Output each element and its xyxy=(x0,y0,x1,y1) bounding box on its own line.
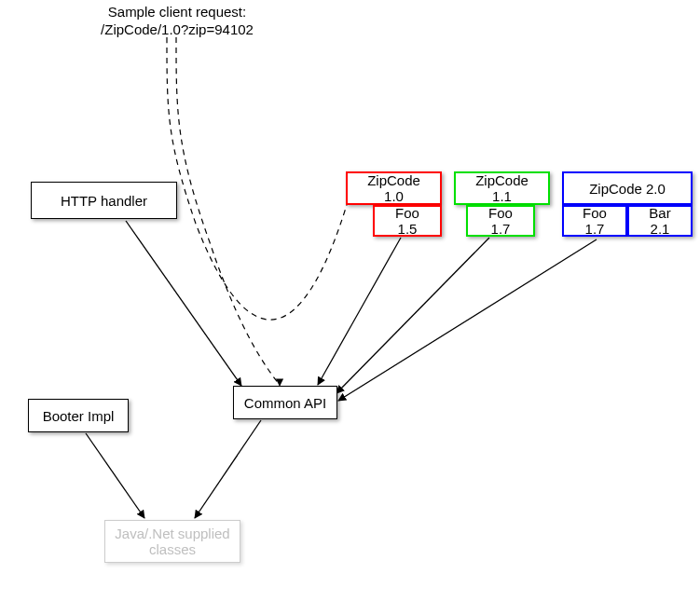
request-caption: Sample client request: /ZipCode/1.0?zip=… xyxy=(84,4,270,39)
node-booter-impl-label: Booter Impl xyxy=(43,408,115,424)
edge-request-to-commonapi xyxy=(176,37,280,386)
edge-commonapi-to-javanet xyxy=(195,420,261,518)
node-zipcode-11-foo-label: Foo 1.7 xyxy=(477,205,524,237)
node-java-net-classes-label: Java/.Net supplied classes xyxy=(115,526,230,557)
node-common-api: Common API xyxy=(233,386,337,419)
node-java-net-classes: Java/.Net supplied classes xyxy=(104,520,240,563)
request-caption-line1: Sample client request: xyxy=(108,4,246,20)
connectors xyxy=(0,0,700,601)
edge-zip20-to-commonapi xyxy=(338,239,597,401)
node-zipcode-20-bar-label: Bar 2.1 xyxy=(638,205,681,237)
node-zipcode-10-label: ZipCode 1.0 xyxy=(357,172,431,204)
node-zipcode-20-label: ZipCode 2.0 xyxy=(589,181,666,197)
node-common-api-label: Common API xyxy=(244,395,326,411)
node-zipcode-20-foo-label: Foo 1.7 xyxy=(573,205,616,237)
node-zipcode-10-foo-label: Foo 1.5 xyxy=(384,205,431,237)
node-zipcode-11-label: ZipCode 1.1 xyxy=(465,172,539,204)
edge-booter-to-javanet xyxy=(86,433,144,518)
node-zipcode-10-foo: Foo 1.5 xyxy=(373,205,442,237)
request-caption-line2: /ZipCode/1.0?zip=94102 xyxy=(101,21,254,37)
diagram-canvas: Sample client request: /ZipCode/1.0?zip=… xyxy=(0,0,700,601)
node-zipcode-20-bar: Bar 2.1 xyxy=(627,205,693,237)
node-zipcode-20: ZipCode 2.0 xyxy=(562,171,693,205)
node-http-handler: HTTP handler xyxy=(31,182,177,219)
edge-zip10-to-commonapi xyxy=(318,238,401,385)
edge-request-to-zipcode10 xyxy=(167,37,354,320)
node-http-handler-label: HTTP handler xyxy=(61,193,147,209)
node-zipcode-10: ZipCode 1.0 xyxy=(346,171,442,205)
node-zipcode-20-foo: Foo 1.7 xyxy=(562,205,627,237)
edge-zip11-to-commonapi xyxy=(336,238,489,393)
node-zipcode-11-foo: Foo 1.7 xyxy=(466,205,535,237)
node-zipcode-11: ZipCode 1.1 xyxy=(454,171,550,205)
edge-http-to-commonapi xyxy=(126,221,241,386)
node-booter-impl: Booter Impl xyxy=(28,399,129,432)
